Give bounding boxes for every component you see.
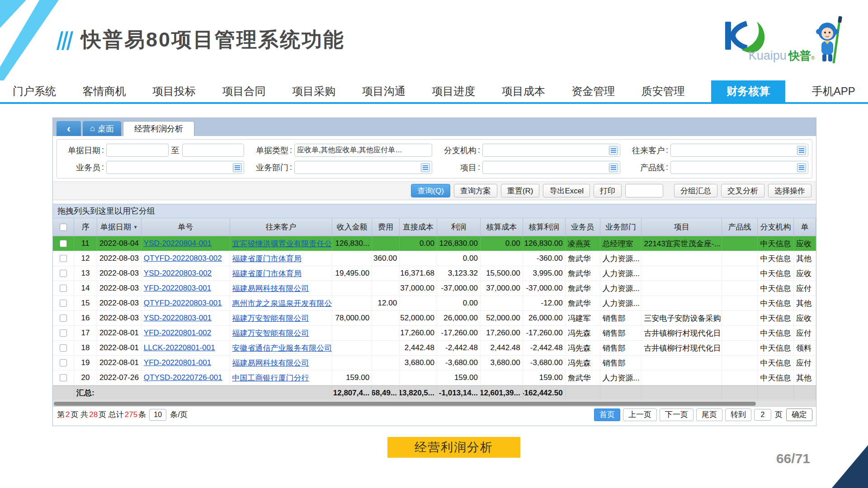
horizontal-scrollbar[interactable] <box>53 400 816 406</box>
input-project[interactable] <box>485 164 618 172</box>
nav-item-cost[interactable]: 项目成本 <box>502 80 545 102</box>
column-header-branch[interactable]: 分支机构 <box>758 218 794 236</box>
link-doc_no[interactable]: QTYFD-20220803-002 <box>144 254 222 263</box>
input-salesman[interactable] <box>109 164 241 172</box>
column-header-dept[interactable]: 业务部门 <box>600 218 642 236</box>
pager-button-last[interactable]: 尾页 <box>696 408 722 421</box>
column-header-date[interactable]: 单据日期▼ <box>97 218 142 236</box>
toolbar-button-export-excel[interactable]: 导出Excel <box>543 184 590 197</box>
table-row[interactable]: 202022-07-26QTYSD-20220726-001中国工商银行厦门分行… <box>53 371 816 385</box>
column-header-salesman[interactable]: 业务员 <box>566 218 600 236</box>
row-checkbox[interactable] <box>60 255 67 262</box>
nav-item-finance[interactable]: 财务核算 <box>711 80 785 102</box>
filter-input-doc-date-to[interactable] <box>182 144 245 157</box>
link-doc_no[interactable]: YFD-20220801-001 <box>144 358 211 367</box>
table-row[interactable]: 132022-08-03YSD-20220803-002福建省厦门市体育局19,… <box>53 266 816 281</box>
link-customer[interactable]: 宜宾骏继洪骥置业有限责任公... <box>232 239 333 249</box>
back-button[interactable]: ‹ <box>57 121 81 136</box>
column-header-project[interactable]: 项目 <box>642 218 722 236</box>
column-header-income[interactable]: 收入金额 <box>332 218 372 236</box>
column-header-doc_no[interactable]: 单号 <box>142 218 230 236</box>
table-row[interactable]: 162022-08-03YSD-20220803-001福建万安智能有限公司78… <box>53 311 816 326</box>
toolbar-button-select-operation[interactable]: 选择操作 <box>768 184 811 197</box>
pager-confirm-button[interactable]: 确定 <box>786 408 812 421</box>
nav-item-procurement[interactable]: 项目采购 <box>292 80 335 102</box>
row-checkbox[interactable] <box>60 359 67 366</box>
column-header-direct_cost[interactable]: 直接成本 <box>400 218 437 236</box>
list-lookup-icon[interactable] <box>421 163 430 172</box>
input-doc-date-from[interactable] <box>109 146 166 155</box>
toolbar-button-blank[interactable] <box>625 184 663 197</box>
filter-input-customer[interactable] <box>670 144 808 157</box>
toolbar-button-print[interactable]: 打印 <box>594 184 622 197</box>
row-checkbox[interactable] <box>60 344 67 352</box>
per-page-input[interactable] <box>149 409 166 421</box>
link-customer[interactable]: 安徽省通信产业服务有限公司 <box>232 343 332 353</box>
table-row[interactable]: 182022-08-01LLCK-20220801-001安徽省通信产业服务有限… <box>53 341 816 356</box>
input-branch[interactable] <box>485 146 618 155</box>
nav-item-contract[interactable]: 项目合同 <box>222 80 266 102</box>
toolbar-button-query-plan[interactable]: 查询方案 <box>454 184 497 197</box>
nav-item-quality[interactable]: 质安管理 <box>642 80 685 102</box>
column-header-product_line[interactable]: 产品线 <box>722 218 758 236</box>
toolbar-button-reset[interactable]: 重置(R) <box>501 184 540 197</box>
row-checkbox[interactable] <box>60 374 67 381</box>
link-customer[interactable]: 福建万安智能有限公司 <box>232 313 309 324</box>
scrollbar-thumb[interactable] <box>54 402 756 406</box>
tab-profit-analysis[interactable]: 经营利润分析 <box>123 121 194 136</box>
link-customer[interactable]: 福建万安智能有限公司 <box>232 328 309 338</box>
link-doc_no[interactable]: QTYSD-20220726-001 <box>144 373 222 382</box>
link-customer[interactable]: 中国工商银行厦门分行 <box>232 373 309 383</box>
nav-item-bidding[interactable]: 项目投标 <box>152 80 196 102</box>
tab-desktop[interactable]: ⌂ 桌面 <box>83 121 121 136</box>
link-customer[interactable]: 福建省厦门市体育局 <box>232 268 302 279</box>
toolbar-button-group-summary[interactable]: 分组汇总 <box>674 184 717 197</box>
list-lookup-icon[interactable] <box>609 163 618 172</box>
row-checkbox[interactable] <box>60 285 67 292</box>
link-customer[interactable]: 福建易网科技有限公司 <box>232 283 309 294</box>
input-product-line[interactable] <box>673 164 806 172</box>
filter-input-doc-type[interactable] <box>294 144 432 157</box>
link-doc_no[interactable]: YFD-20220801-002 <box>144 328 211 338</box>
table-row[interactable]: 112022-08-04YSD-20220804-001宜宾骏继洪骥置业有限责任… <box>53 236 816 251</box>
row-checkbox[interactable] <box>60 314 67 322</box>
filter-input-product-line[interactable] <box>670 161 808 174</box>
nav-item-portal[interactable]: 门户系统 <box>13 80 56 102</box>
table-row[interactable]: 172022-08-01YFD-20220801-002福建万安智能有限公司17… <box>53 326 816 341</box>
nav-item-communication[interactable]: 项目沟通 <box>362 80 406 102</box>
table-row[interactable]: 192022-08-01YFD-20220801-001福建易网科技有限公司3,… <box>53 356 816 371</box>
filter-input-doc-date-from[interactable] <box>106 144 169 157</box>
select-all-checkbox[interactable] <box>60 224 67 231</box>
link-doc_no[interactable]: YSD-20220804-001 <box>144 239 212 248</box>
nav-item-progress[interactable]: 项目进度 <box>432 80 475 102</box>
column-header-doc_type[interactable]: 单 <box>794 218 816 236</box>
sort-desc-icon[interactable]: ▼ <box>133 225 138 230</box>
table-row[interactable]: 142022-08-03YFD-20220803-001福建易网科技有限公司37… <box>53 281 816 296</box>
link-doc_no[interactable]: LLCK-20220801-001 <box>144 343 215 352</box>
filter-input-dept[interactable] <box>294 161 432 174</box>
link-doc_no[interactable]: YFD-20220803-001 <box>144 284 211 293</box>
link-doc_no[interactable]: YSD-20220803-002 <box>144 269 212 278</box>
input-doc-type[interactable] <box>297 146 429 155</box>
toolbar-button-cross-analysis[interactable]: 交叉分析 <box>721 184 764 197</box>
column-header-check_cost[interactable]: 核算成本 <box>481 218 523 236</box>
filter-input-branch[interactable] <box>482 144 620 157</box>
table-row[interactable]: 152022-08-03QTYFD-20220803-001惠州市龙之泉温泉开发… <box>53 296 816 311</box>
column-header-check_profit[interactable]: 核算利润 <box>523 218 566 236</box>
input-customer[interactable] <box>673 146 806 155</box>
input-dept[interactable] <box>297 164 429 172</box>
toolbar-button-query[interactable]: 查询(Q) <box>411 184 450 197</box>
pager-button-next[interactable]: 下一页 <box>660 408 693 421</box>
nav-item-crm[interactable]: 客情商机 <box>83 80 126 102</box>
nav-item-mobile-app[interactable]: 手机APP <box>812 80 855 102</box>
column-header-profit[interactable]: 利润 <box>437 218 481 236</box>
input-doc-date-to[interactable] <box>185 146 242 155</box>
column-header-customer[interactable]: 往来客户 <box>230 218 333 236</box>
list-lookup-icon[interactable] <box>797 146 806 155</box>
nav-item-funds[interactable]: 资金管理 <box>571 80 615 102</box>
list-lookup-icon[interactable] <box>233 163 242 172</box>
group-hint-bar[interactable]: 拖拽列头到这里以用它分组 <box>53 204 816 218</box>
column-header-fee[interactable]: 费用 <box>372 218 400 236</box>
row-checkbox[interactable] <box>60 270 67 277</box>
list-lookup-icon[interactable] <box>797 163 806 172</box>
